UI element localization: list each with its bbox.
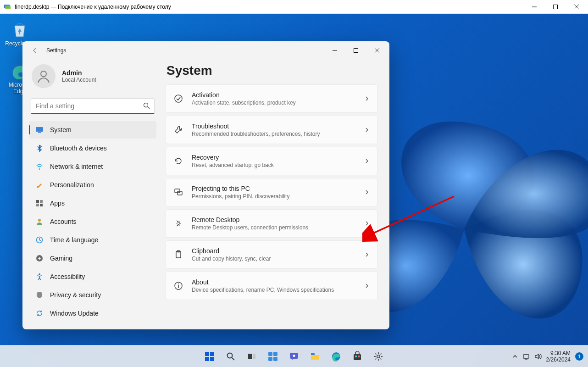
- search-icon: [143, 102, 150, 109]
- user-profile-block[interactable]: Admin Local Account: [29, 61, 156, 95]
- system-icon: [35, 126, 44, 134]
- nav-label: Windows Update: [50, 310, 99, 317]
- taskbar-search-button[interactable]: [222, 347, 240, 366]
- apps-icon: [35, 199, 44, 207]
- nav-network[interactable]: Network & internet: [29, 158, 156, 175]
- row-desc: Remote Desktop users, connection permiss…: [192, 224, 356, 231]
- taskbar: 9:30 AM 2/26/2024 1: [0, 345, 588, 367]
- row-activation[interactable]: Activation Activation state, subscriptio…: [166, 84, 377, 113]
- start-button[interactable]: [200, 347, 219, 366]
- nav-accounts[interactable]: Accounts: [29, 213, 156, 230]
- nav-accessibility[interactable]: Accessibility: [29, 268, 156, 285]
- svg-point-47: [293, 355, 295, 357]
- svg-point-24: [39, 273, 40, 275]
- settings-titlebar[interactable]: Settings: [22, 41, 389, 60]
- network-tray-icon[interactable]: [522, 353, 530, 360]
- row-title: Clipboard: [192, 247, 356, 255]
- nav-personalization[interactable]: Personalization: [29, 176, 156, 194]
- nav-label: Time & language: [50, 236, 98, 244]
- nav-label: Bluetooth & devices: [50, 145, 107, 152]
- row-about[interactable]: About Device specifications, rename PC, …: [166, 272, 377, 300]
- nav-label: Privacy & security: [50, 291, 101, 299]
- user-account-type: Local Account: [62, 77, 96, 83]
- row-title: About: [192, 278, 356, 286]
- settings-nav: System Bluetooth & devices Network & int…: [29, 121, 156, 322]
- outer-window-controls: [524, 0, 587, 14]
- svg-point-16: [39, 169, 40, 170]
- tray-overflow-button[interactable]: [512, 354, 518, 359]
- nav-update[interactable]: Windows Update: [29, 305, 156, 322]
- nav-bluetooth[interactable]: Bluetooth & devices: [29, 139, 156, 157]
- svg-rect-51: [355, 356, 357, 357]
- outer-maximize-button[interactable]: [545, 0, 566, 14]
- svg-rect-54: [523, 355, 529, 358]
- edge-taskbar-button[interactable]: [327, 347, 345, 366]
- file-explorer-button[interactable]: [306, 347, 324, 366]
- svg-point-38: [227, 353, 233, 358]
- svg-point-31: [178, 284, 179, 284]
- chevron-right-icon: [364, 189, 370, 195]
- bluetooth-icon: [35, 144, 44, 152]
- nav-label: Network & internet: [50, 163, 103, 170]
- chevron-right-icon: [364, 158, 370, 164]
- row-troubleshoot[interactable]: Troubleshoot Recommended troubleshooters…: [166, 116, 377, 144]
- svg-rect-36: [205, 357, 209, 361]
- widgets-button[interactable]: [264, 347, 282, 366]
- outer-close-button[interactable]: [566, 0, 587, 14]
- store-button[interactable]: [348, 347, 366, 366]
- svg-point-12: [144, 103, 148, 107]
- svg-line-13: [148, 107, 150, 109]
- settings-search: [31, 98, 155, 114]
- nav-label: Personalization: [50, 181, 94, 189]
- page-title: System: [166, 63, 377, 78]
- nav-time[interactable]: Time & language: [29, 231, 156, 249]
- user-name: Admin: [62, 69, 96, 77]
- taskbar-clock[interactable]: 9:30 AM 2/26/2024: [546, 350, 571, 363]
- row-desc: Permissions, pairing PIN, discoverabilit…: [192, 193, 356, 200]
- projecting-icon: [173, 188, 183, 197]
- settings-window-title: Settings: [46, 47, 316, 54]
- settings-maximize-button[interactable]: [345, 43, 366, 58]
- row-title: Recovery: [192, 154, 356, 161]
- outer-minimize-button[interactable]: [524, 0, 545, 14]
- row-desc: Recommended troubleshooters, preferences…: [192, 131, 356, 137]
- svg-rect-1: [5, 6, 11, 9]
- svg-rect-45: [273, 357, 277, 361]
- notification-badge[interactable]: 1: [575, 352, 583, 361]
- nav-gaming[interactable]: Gaming: [29, 250, 156, 267]
- svg-rect-44: [268, 357, 272, 361]
- nav-label: Apps: [50, 200, 65, 207]
- row-remote-desktop[interactable]: Remote Desktop Remote Desktop users, con…: [166, 209, 377, 238]
- nav-system[interactable]: System: [29, 121, 156, 139]
- accounts-icon: [35, 217, 44, 226]
- nav-apps[interactable]: Apps: [29, 195, 156, 212]
- nav-privacy[interactable]: Privacy & security: [29, 286, 156, 304]
- row-desc: Cut and copy history, sync, clear: [192, 256, 356, 262]
- row-projecting[interactable]: Projecting to this PC Permissions, pairi…: [166, 178, 377, 206]
- row-title: Activation: [192, 91, 356, 99]
- svg-rect-18: [40, 200, 43, 203]
- volume-tray-icon[interactable]: [534, 353, 542, 360]
- recycle-bin-icon: [10, 20, 29, 39]
- settings-close-button[interactable]: [366, 43, 388, 58]
- row-clipboard[interactable]: Clipboard Cut and copy history, sync, cl…: [166, 240, 377, 269]
- avatar: [32, 64, 55, 88]
- nav-label: System: [50, 126, 72, 133]
- row-desc: Reset, advanced startup, go back: [192, 162, 356, 168]
- taskview-button[interactable]: [243, 347, 261, 366]
- search-input[interactable]: [31, 98, 155, 114]
- settings-window: Settings Admin Local Account: [22, 41, 389, 329]
- settings-taskbar-button[interactable]: [369, 347, 388, 366]
- row-title: Remote Desktop: [192, 216, 356, 223]
- row-title: Troubleshoot: [192, 122, 356, 130]
- chevron-right-icon: [364, 127, 370, 133]
- back-button[interactable]: [32, 47, 38, 54]
- row-recovery[interactable]: Recovery Reset, advanced startup, go bac…: [166, 147, 377, 175]
- desktop-area: Recycle Bin Microsoft Edge Settings: [0, 14, 588, 367]
- svg-rect-3: [554, 5, 558, 9]
- chat-button[interactable]: [285, 347, 303, 366]
- time-icon: [35, 236, 44, 244]
- recovery-icon: [173, 156, 183, 166]
- settings-minimize-button[interactable]: [324, 43, 345, 58]
- privacy-icon: [35, 291, 44, 299]
